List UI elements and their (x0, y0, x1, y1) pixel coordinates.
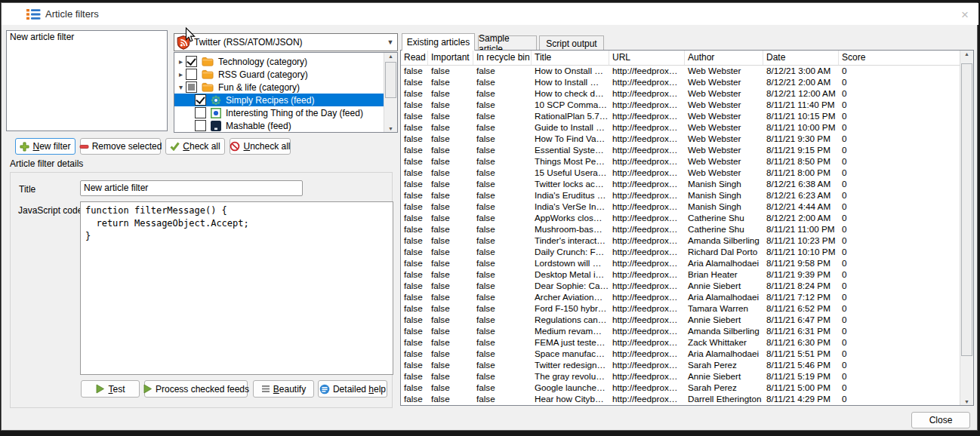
article-row[interactable]: falsefalsefalse15 Useful Usera…http://fe… (401, 167, 960, 178)
check-all-button[interactable]: Check all (165, 138, 225, 155)
article-cell: 0 (839, 155, 960, 167)
collapse-arrow-icon[interactable]: ▾ (176, 83, 186, 91)
column-header-score[interactable]: Score (839, 51, 960, 65)
item-checkbox[interactable] (186, 81, 197, 93)
test-button[interactable]: Test (81, 380, 140, 398)
article-row[interactable]: falsefalsefalseFEMA just teste…http://fe… (401, 336, 960, 348)
article-row[interactable]: falsefalsefalseSpace manufac…http://feed… (401, 348, 960, 359)
article-row[interactable]: falsefalsefalseTwitter redesign…http://f… (401, 359, 960, 370)
item-checkbox[interactable] (186, 69, 197, 80)
remove-selected-button[interactable]: Remove selected (80, 138, 161, 155)
scrollbar-thumb[interactable] (961, 63, 972, 356)
article-row[interactable]: falsefalsefalseFord F-150 hybr…http://fe… (401, 302, 960, 314)
article-cell: false (473, 99, 532, 110)
article-row[interactable]: falsefalsefalseHow to Install …http://fe… (401, 76, 960, 88)
filter-list[interactable]: New article filter (6, 30, 168, 131)
javascript-code-editor[interactable]: function filterMessage() { return Messag… (80, 201, 393, 375)
article-row[interactable]: falsefalsefalseArcher Aviation…http://fe… (401, 291, 960, 302)
article-row[interactable]: falsefalsefalseMedium revam…http://feedp… (401, 325, 960, 336)
feed-tree-item[interactable]: Simply Recipes (feed) (174, 94, 384, 106)
article-row[interactable]: falsefalsefalseAppWorks clos…http://feed… (401, 212, 960, 223)
article-row[interactable]: falsefalsefalseDesktop Metal i…http://fe… (401, 269, 960, 280)
scroll-up-icon[interactable]: ▲ (960, 51, 973, 57)
article-row[interactable]: falsefalsefalseDaily Crunch: F…http://fe… (401, 246, 960, 257)
item-checkbox[interactable] (195, 94, 206, 106)
beautify-button[interactable]: Beautify (253, 380, 314, 398)
article-cell: 8/11/21 6:52 PM (763, 302, 839, 314)
column-header-important[interactable]: Important (428, 51, 473, 65)
table-scrollbar[interactable]: ▲ ▼ (960, 51, 973, 405)
article-cell: 8/11/21 9:39 PM (763, 269, 839, 280)
article-row[interactable]: falsefalsefalseHear how Cityb…http://fee… (401, 393, 960, 404)
article-row[interactable]: falsefalsefalseIndia's VerSe In…http://f… (401, 201, 960, 212)
window-close-icon[interactable]: × (956, 7, 974, 23)
tab-script-output[interactable]: Script output (539, 35, 604, 51)
tab-existing-articles[interactable]: Existing articles (402, 33, 475, 51)
item-checkbox[interactable] (195, 107, 206, 118)
article-row[interactable]: falsefalsefalseTwitter locks ac…http://f… (401, 178, 960, 189)
feed-tree-item[interactable]: Mashable (feed) (174, 119, 384, 132)
column-header-author[interactable]: Author (685, 51, 763, 65)
article-row[interactable]: falsefalsefalse10 SCP Comma…http://feedp… (401, 99, 960, 110)
block-icon (230, 141, 240, 152)
scroll-down-icon[interactable]: ▼ (960, 399, 973, 404)
account-combobox[interactable]: Twitter (RSS/ATOM/JSON) ▼ (174, 33, 398, 51)
close-button[interactable]: Close (911, 412, 970, 428)
column-header-read[interactable]: Read (401, 51, 428, 65)
tab-sample-article[interactable]: Sample article (478, 35, 537, 51)
article-cell: Aria Alamalhodaei (685, 257, 763, 269)
filter-list-item[interactable]: New article filter (7, 31, 167, 44)
article-cell: India's Eruditus … (532, 189, 609, 201)
expand-arrow-icon[interactable]: ▸ (176, 57, 186, 66)
article-row[interactable]: falsefalsefalseGoogle launche…http://fee… (401, 382, 960, 393)
article-row[interactable]: falsefalsefalseRegulations can…http://fe… (401, 314, 960, 325)
column-header-title[interactable]: Title (532, 51, 609, 65)
scroll-up-icon[interactable]: ▲ (384, 54, 397, 59)
column-header-date[interactable]: Date (763, 51, 839, 65)
article-cell: false (401, 155, 428, 167)
article-cell: false (473, 302, 532, 314)
article-row[interactable]: falsefalsefalseTinder's interact…http://… (401, 235, 960, 246)
article-cell: 8/12/21 2:00 AM (763, 76, 839, 88)
feed-tree-item[interactable]: ▸Technology (category) (174, 55, 384, 68)
article-row[interactable]: falsefalsefalseRationalPlan 5.7…http://f… (401, 110, 960, 121)
title-input[interactable]: New article filter (80, 180, 303, 196)
article-row[interactable]: falsefalsefalseThings Most Pe…http://fee… (401, 155, 960, 167)
process-checked-feeds-button[interactable]: Process checked feeds (144, 380, 248, 398)
article-row[interactable]: falsefalsefalseEssential Syste…http://fe… (401, 144, 960, 155)
article-cell: http://feedprox… (609, 336, 685, 348)
item-checkbox[interactable] (186, 56, 197, 67)
article-row[interactable]: falsefalsefalseHow to check d…http://fee… (401, 88, 960, 99)
article-row[interactable]: falsefalsefalseIndia's Eruditus …http://… (401, 189, 960, 201)
feed-tree-item[interactable]: ▸RSS Guard (category) (174, 68, 384, 81)
article-cell: Tinder's interact… (532, 235, 609, 246)
article-row[interactable]: falsefalsefalseDear Sophie: Ca…http://fe… (401, 280, 960, 291)
scrollbar-thumb[interactable] (385, 62, 396, 98)
column-header-in-recycle-bin[interactable]: In recycle bin (473, 51, 532, 65)
new-filter-button[interactable]: New filter (15, 138, 76, 155)
column-header-url[interactable]: URL (609, 51, 685, 65)
uncheck-all-button[interactable]: Uncheck all (230, 138, 291, 155)
article-cell: Annie Siebert (685, 280, 763, 291)
item-checkbox[interactable] (195, 120, 206, 131)
feed-tree-item[interactable]: Interesting Thing of the Day (feed) (174, 106, 384, 119)
article-cell: false (473, 212, 532, 223)
title-bar[interactable]: Article filters × (2, 3, 978, 25)
article-row[interactable]: falsefalsefalseThe gray revolu…http://fe… (401, 370, 960, 382)
detailed-help-button[interactable]: Detailed help (318, 380, 387, 398)
article-cell: false (473, 257, 532, 269)
article-row[interactable]: falsefalsefalseLordstown will …http://fe… (401, 257, 960, 269)
article-cell: Web Webster (685, 110, 763, 121)
article-cell: 8/12/21 4:44 AM (763, 201, 839, 212)
feed-tree-item[interactable]: ▾Fun & life (category) (174, 81, 384, 94)
article-row[interactable]: falsefalsefalseHow To Find Va…http://fee… (401, 133, 960, 144)
tree-scrollbar[interactable]: ▲ ▼ (384, 53, 397, 132)
expand-arrow-icon[interactable]: ▸ (176, 70, 186, 78)
article-row[interactable]: falsefalsefalseGuide to Install …http://… (401, 121, 960, 133)
article-cell: 8/11/21 5:46 PM (763, 359, 839, 370)
article-row[interactable]: falsefalsefalseHow to Onstall …http://fe… (401, 65, 960, 76)
article-cell: false (401, 76, 428, 88)
article-cell: false (473, 110, 532, 121)
scroll-down-icon[interactable]: ▼ (384, 126, 397, 131)
article-row[interactable]: falsefalsefalseMushroom-bas…http://feedp… (401, 223, 960, 235)
